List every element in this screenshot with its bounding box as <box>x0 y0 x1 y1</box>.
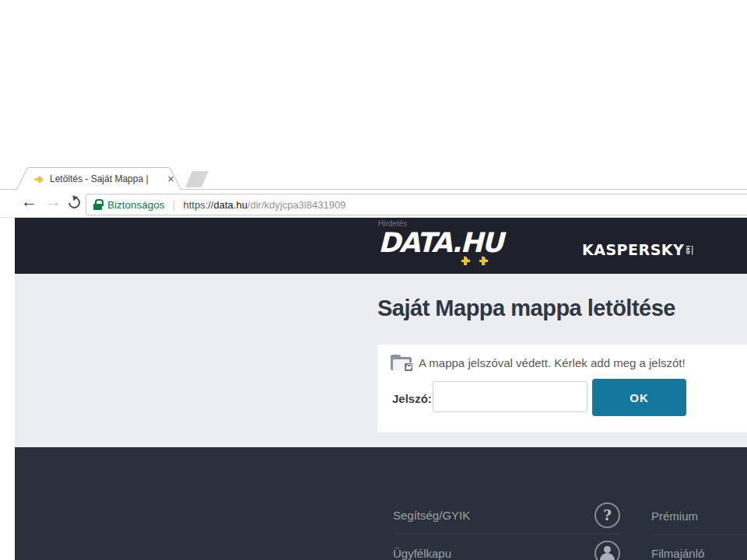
new-tab-button[interactable] <box>185 171 209 187</box>
footer-column-1: Segítség/GYIK ? Ügyfélkapu <box>393 497 620 560</box>
secure-label: Biztonságos <box>107 199 165 211</box>
footer-link-label: Prémium <box>651 509 698 523</box>
person-icon <box>594 541 620 560</box>
site-footer: Segítség/GYIK ? Ügyfélkapu Prémium <box>15 447 747 560</box>
password-card: A mappa jelszóval védett. Kérlek add meg… <box>377 345 747 432</box>
footer-link-label: Segítség/GYIK <box>393 509 470 522</box>
browser-toolbar: ← → Biztonságos | https://data.hu/dir/kd… <box>0 190 747 218</box>
browser-window: ➔ Letöltés - Saját Mappa | D × ← → Bizto… <box>0 0 747 560</box>
footer-link-label: Ügyfélkapu <box>393 547 451 560</box>
datahu-logo[interactable]: DATA.HU <box>378 227 502 258</box>
kaspersky-lab-text: lab <box>686 245 693 254</box>
footer-link-account[interactable]: Ügyfélkapu <box>393 534 620 560</box>
omnibox-separator: | <box>173 198 176 212</box>
password-prompt-message: A mappa jelszóval védett. Kérlek add meg… <box>419 356 686 369</box>
main-content: Saját Mappa mappa letöltése A mappa jels… <box>15 274 747 447</box>
kaspersky-logo[interactable]: KASPERSKY lab <box>582 241 694 258</box>
ok-button[interactable]: OK <box>592 379 686 416</box>
locked-folder-icon <box>391 355 412 370</box>
password-input[interactable] <box>433 381 587 412</box>
datahu-logo-arrows-icon <box>461 256 493 266</box>
browser-tab[interactable]: ➔ Letöltés - Saját Mappa | D × <box>16 167 182 191</box>
page-title: Saját Mappa mappa letöltése <box>377 296 675 321</box>
footer-link-label: Filmajánló <box>651 547 704 560</box>
site-header: Hirdetés DATA.HU KASPERSKY lab <box>15 218 747 274</box>
footer-column-2: Prémium Filmajánló <box>651 497 747 560</box>
password-label: Jelszó: <box>392 392 432 405</box>
question-icon: ? <box>594 502 620 528</box>
tab-favicon-arrow-icon: ➔ <box>34 172 44 186</box>
kaspersky-logo-text: KASPERSKY <box>582 241 684 258</box>
footer-link-movies[interactable]: Filmajánló <box>651 534 747 560</box>
url-path: /dir/kdyjcpa3l8431909 <box>247 199 345 211</box>
page-viewport: Hirdetés DATA.HU KASPERSKY lab Saját Map… <box>15 218 747 560</box>
url-host: data.hu <box>213 199 247 211</box>
tab-title: Letöltés - Saját Mappa | D <box>50 173 151 184</box>
forward-icon: → <box>45 192 61 211</box>
footer-link-help[interactable]: Segítség/GYIK ? <box>393 497 620 534</box>
back-icon[interactable]: ← <box>21 192 37 211</box>
reload-icon[interactable] <box>66 194 82 211</box>
footer-link-premium[interactable]: Prémium <box>651 497 747 534</box>
footer-divider <box>651 534 747 535</box>
secure-lock-icon <box>93 199 102 210</box>
tab-close-icon[interactable]: × <box>167 172 174 186</box>
address-bar[interactable]: Biztonságos | https://data.hu/dir/kdyjcp… <box>86 194 747 215</box>
url-scheme: https:// <box>183 199 213 211</box>
